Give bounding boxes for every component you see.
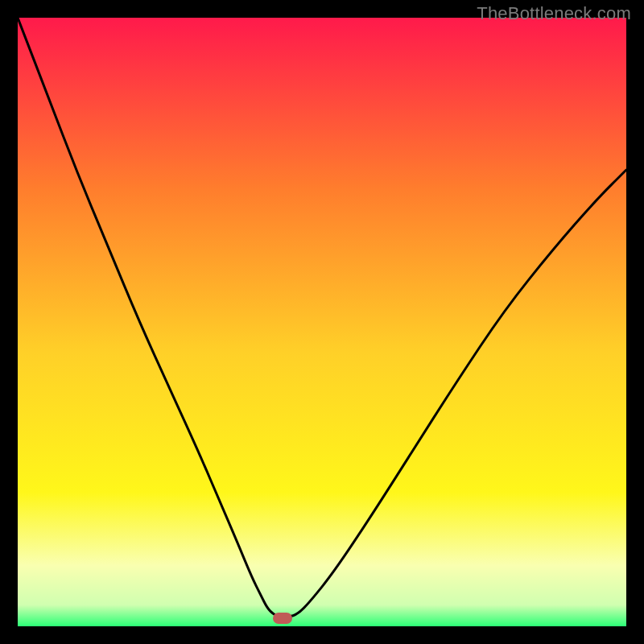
watermark-text: TheBottleneck.com (477, 3, 631, 24)
plot-background (18, 18, 626, 626)
optimal-marker (273, 613, 292, 624)
bottleneck-plot (18, 18, 626, 626)
chart-frame: TheBottleneck.com (0, 0, 644, 644)
